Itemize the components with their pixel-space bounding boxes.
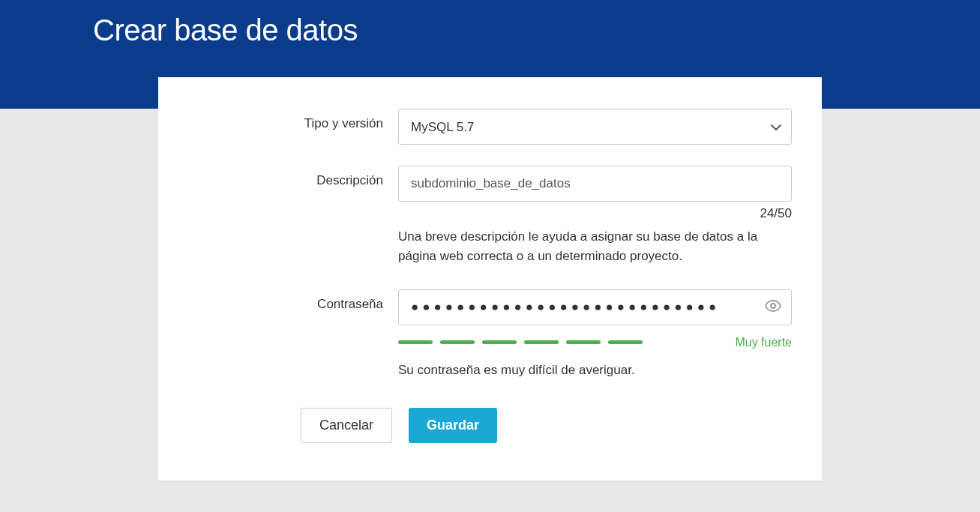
strength-bar bbox=[566, 340, 601, 344]
form-card: Tipo y versión MySQL 5.7 Descripción 24/… bbox=[158, 77, 822, 481]
password-row: Contraseña bbox=[188, 289, 792, 378]
strength-bar bbox=[440, 340, 475, 344]
strength-bar bbox=[398, 340, 433, 344]
strength-bar bbox=[524, 340, 559, 344]
password-label: Contraseña bbox=[188, 289, 398, 312]
password-input[interactable] bbox=[398, 289, 792, 325]
description-input[interactable] bbox=[398, 166, 792, 202]
eye-icon[interactable] bbox=[765, 300, 781, 315]
strength-bar bbox=[608, 340, 643, 344]
type-version-label: Tipo y versión bbox=[188, 109, 398, 131]
type-version-select[interactable]: MySQL 5.7 bbox=[398, 109, 792, 145]
password-help: Su contraseña es muy difícil de averigua… bbox=[398, 363, 792, 378]
description-help: Una breve descripción le ayuda a asignar… bbox=[398, 227, 792, 267]
svg-point-0 bbox=[771, 304, 775, 308]
description-label: Descripción bbox=[188, 166, 398, 188]
description-row: Descripción 24/50 Una breve descripción … bbox=[188, 166, 792, 267]
strength-bar bbox=[482, 340, 517, 344]
password-strength-label: Muy fuerte bbox=[735, 336, 792, 349]
cancel-button[interactable]: Cancelar bbox=[301, 408, 392, 443]
save-button[interactable]: Guardar bbox=[409, 408, 497, 443]
password-strength-bars bbox=[398, 340, 643, 344]
password-strength-row: Muy fuerte bbox=[398, 336, 792, 349]
description-counter: 24/50 bbox=[398, 206, 792, 221]
button-row: Cancelar Guardar bbox=[301, 408, 792, 443]
page-title: Crear base de datos bbox=[0, 0, 980, 47]
type-version-row: Tipo y versión MySQL 5.7 bbox=[188, 109, 792, 145]
